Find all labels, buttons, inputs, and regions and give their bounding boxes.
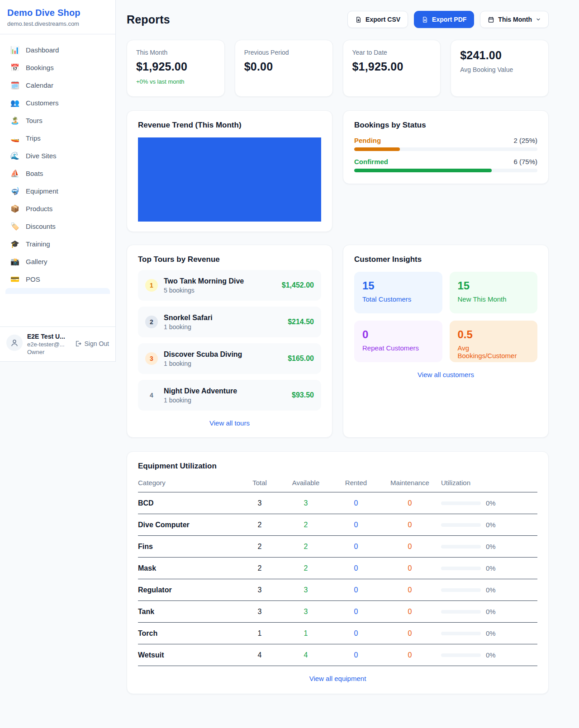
shop-domain: demo.test.divestreams.com xyxy=(7,20,108,27)
status-count: 6 (75%) xyxy=(513,158,537,165)
table-row: Fins 2 2 0 0 0% xyxy=(138,536,537,558)
sidebar-item-label: Equipment xyxy=(26,187,58,195)
equipment-utilization-title: Equipment Utilization xyxy=(138,462,537,471)
sidebar-item-label: Boats xyxy=(26,170,43,177)
tour-bookings: 5 bookings xyxy=(164,287,244,294)
speedboat-icon: 🚤 xyxy=(10,134,20,142)
stat-value: $1,925.00 xyxy=(352,60,432,73)
export-pdf-button[interactable]: Export PDF xyxy=(414,11,474,28)
tile-value: 0.5 xyxy=(458,328,530,341)
sidebar-item-products[interactable]: 📦Products xyxy=(5,200,110,217)
utilization-bar-track xyxy=(441,588,481,592)
user-name: E2E Test U... xyxy=(27,333,65,340)
package-icon: 📦 xyxy=(10,204,20,213)
equipment-rented: 0 xyxy=(333,543,379,551)
stat-delta: +0% vs last month xyxy=(136,78,215,85)
equipment-category: Regulator xyxy=(138,586,241,594)
sidebar-item-gallery[interactable]: 📸Gallery xyxy=(5,253,110,270)
sidebar-item-boats[interactable]: ⛵Boats xyxy=(5,165,110,182)
tile-label: New This Month xyxy=(458,295,530,303)
file-download-icon xyxy=(422,16,428,23)
view-all-tours-link[interactable]: View all tours xyxy=(209,419,250,427)
col-maintenance: Maintenance xyxy=(379,479,441,487)
equipment-total: 2 xyxy=(241,543,278,551)
utilization-percent: 0% xyxy=(486,629,496,637)
equipment-rented: 0 xyxy=(333,564,379,572)
sidebar-item-discounts[interactable]: 🏷️Discounts xyxy=(5,217,110,235)
sidebar-item-reports-partial[interactable] xyxy=(5,288,110,294)
sidebar-item-label: Training xyxy=(26,240,50,248)
status-row-confirmed: Confirmed 6 (75%) xyxy=(354,158,537,172)
equipment-available: 2 xyxy=(278,521,333,529)
view-all-customers-link[interactable]: View all customers xyxy=(418,371,474,378)
utilization-percent: 0% xyxy=(486,586,496,594)
equipment-total: 2 xyxy=(241,564,278,572)
sidebar-item-label: Calendar xyxy=(26,81,53,89)
sidebar-item-equipment[interactable]: 🤿Equipment xyxy=(5,182,110,200)
tile-new-this-month: 15 New This Month xyxy=(450,272,538,313)
revenue-trend-card: Revenue Trend (This Month) xyxy=(127,110,332,232)
equipment-category: Mask xyxy=(138,564,241,572)
sign-out-button[interactable]: Sign Out xyxy=(74,340,109,347)
sidebar-item-trips[interactable]: 🚤Trips xyxy=(5,129,110,147)
user-panel: E2E Test U... e2e-tester@... Owner Sign … xyxy=(0,326,115,361)
tour-row: 2 Snorkel Safari1 booking $214.50 xyxy=(138,307,321,337)
sidebar-item-label: Trips xyxy=(26,134,41,142)
sidebar-item-training[interactable]: 🎓Training xyxy=(5,235,110,253)
tour-name: Night Dive Adventure xyxy=(164,387,237,395)
top-tours-title: Top Tours by Revenue xyxy=(138,255,321,264)
equipment-rented: 0 xyxy=(333,629,379,638)
sidebar-item-label: Tours xyxy=(26,117,43,124)
equipment-total: 3 xyxy=(241,608,278,616)
sidebar: Demo Dive Shop demo.test.divestreams.com… xyxy=(0,0,116,362)
period-dropdown[interactable]: This Month xyxy=(480,11,549,28)
revenue-trend-chart xyxy=(138,137,321,222)
equipment-total: 4 xyxy=(241,651,278,659)
table-row: Torch 1 1 0 0 0% xyxy=(138,623,537,644)
customer-insights-title: Customer Insights xyxy=(354,255,537,264)
view-all-equipment-link[interactable]: View all equipment xyxy=(309,675,366,682)
equipment-available: 2 xyxy=(278,564,333,572)
sidebar-item-dashboard[interactable]: 📊Dashboard xyxy=(5,41,110,59)
dive-mask-icon: 🤿 xyxy=(10,187,20,195)
utilization-bar-track xyxy=(441,632,481,635)
export-csv-button[interactable]: Export CSV xyxy=(347,11,408,28)
status-bar-track xyxy=(354,169,537,172)
bookings-by-status-title: Bookings by Status xyxy=(354,121,537,130)
equipment-category: Wetsuit xyxy=(138,651,241,659)
status-row-pending: Pending 2 (25%) xyxy=(354,137,537,151)
col-total: Total xyxy=(241,479,278,487)
sidebar-item-dive-sites[interactable]: 🌊Dive Sites xyxy=(5,147,110,165)
tour-row: 4 Night Dive Adventure1 booking $93.50 xyxy=(138,380,321,411)
sailboat-icon: ⛵ xyxy=(10,169,20,178)
equipment-rented: 0 xyxy=(333,651,379,659)
sidebar-item-calendar[interactable]: 🗓️Calendar xyxy=(5,76,110,94)
credit-card-icon: 💳 xyxy=(10,275,20,284)
equipment-available: 2 xyxy=(278,543,333,551)
sidebar-item-pos[interactable]: 💳POS xyxy=(5,270,110,288)
rank-badge: 3 xyxy=(145,352,158,365)
sidebar-item-customers[interactable]: 👥Customers xyxy=(5,94,110,112)
tile-value: 0 xyxy=(362,328,434,341)
tour-name: Two Tank Morning Dive xyxy=(164,277,244,285)
utilization-bar-track xyxy=(441,653,481,657)
wave-icon: 🌊 xyxy=(10,151,20,160)
status-bar-track xyxy=(354,147,537,151)
equipment-maintenance: 0 xyxy=(379,564,441,572)
equipment-available: 3 xyxy=(278,586,333,594)
stat-card-avg-booking-value: $241.00 Avg Booking Value xyxy=(451,40,549,97)
stats-row: This Month $1,925.00 +0% vs last month P… xyxy=(127,40,549,97)
status-bar-fill xyxy=(354,147,400,151)
utilization-bar-track xyxy=(441,501,481,505)
user-icon xyxy=(10,339,19,347)
tile-value: 15 xyxy=(458,279,530,292)
sidebar-item-label: Customers xyxy=(26,99,59,107)
sidebar-item-tours[interactable]: 🏝️Tours xyxy=(5,112,110,129)
sidebar-nav: 📊Dashboard 📅Bookings 🗓️Calendar 👥Custome… xyxy=(0,34,115,288)
export-csv-label: Export CSV xyxy=(365,16,400,23)
stat-value: $0.00 xyxy=(244,60,323,73)
table-row: Mask 2 2 0 0 0% xyxy=(138,558,537,579)
utilization-percent: 0% xyxy=(486,564,496,572)
rank-badge: 2 xyxy=(145,316,158,328)
sidebar-item-bookings[interactable]: 📅Bookings xyxy=(5,59,110,76)
